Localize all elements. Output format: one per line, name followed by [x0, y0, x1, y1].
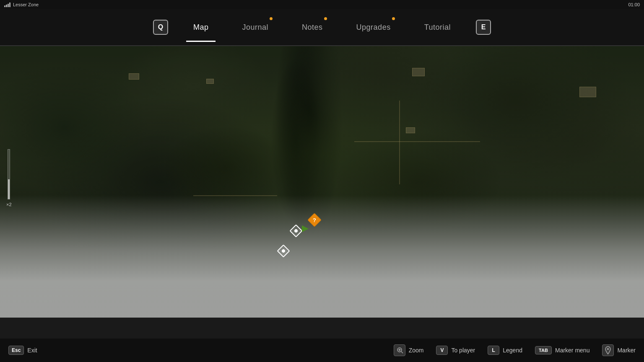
location-marker: [279, 246, 288, 256]
map-structure: [579, 87, 596, 97]
direction-arrow-shape: [302, 225, 309, 232]
location-diamond: [277, 244, 290, 257]
direction-arrow: [302, 225, 309, 232]
map-structure: [412, 68, 425, 76]
quest-marker: [309, 215, 319, 225]
zoom-label: ×2: [6, 202, 12, 207]
bottombar: Esc Exit Zoom V To player L Legend TAB M…: [0, 339, 644, 362]
volume-bar: [8, 149, 10, 199]
topbar-left: Lesser Zone: [4, 2, 39, 7]
marker-menu-label: Marker menu: [555, 347, 589, 354]
nav-tabs: Map Journal Notes Upgrades Tutorial: [177, 20, 467, 35]
marker-menu-action[interactable]: TAB Marker menu: [535, 346, 589, 354]
topbar: Lesser Zone 01:00: [0, 0, 644, 9]
tab-journal[interactable]: Journal: [226, 20, 286, 35]
player-marker: [291, 226, 301, 235]
zoom-icon[interactable]: [394, 344, 405, 356]
tab-tutorial[interactable]: Tutorial: [408, 20, 467, 35]
legend-action[interactable]: L Legend: [488, 346, 522, 355]
marker-label: Marker: [617, 347, 636, 354]
road: [399, 101, 400, 184]
esc-key[interactable]: Esc: [8, 346, 24, 355]
tab-map[interactable]: Map: [177, 20, 226, 35]
zoom-action[interactable]: Zoom: [394, 344, 424, 356]
topbar-time: 01:00: [628, 2, 640, 7]
to-player-label: To player: [451, 347, 475, 354]
road: [193, 195, 277, 196]
map-structure: [406, 127, 415, 133]
signal-icon: [4, 2, 10, 7]
tab-key[interactable]: TAB: [535, 346, 552, 354]
quest-diamond: [307, 213, 322, 227]
map-area[interactable]: ×2: [0, 46, 644, 318]
exit-label: Exit: [27, 347, 37, 354]
notes-notification-dot: [324, 17, 327, 20]
v-key[interactable]: V: [436, 346, 448, 355]
app-name: Lesser Zone: [13, 2, 39, 7]
navbar: Q Map Journal Notes Upgrades Tutorial E: [0, 9, 644, 46]
volume-fill: [8, 179, 10, 199]
road: [354, 141, 480, 142]
svg-line-1: [401, 352, 403, 353]
to-player-action[interactable]: V To player: [436, 346, 475, 355]
map-structure: [206, 79, 214, 84]
journal-notification-dot: [270, 17, 273, 20]
marker-icon[interactable]: [602, 344, 614, 356]
volume-control: ×2: [6, 149, 12, 207]
zoom-label: Zoom: [409, 347, 424, 354]
tab-upgrades[interactable]: Upgrades: [340, 20, 408, 35]
nav-key-q[interactable]: Q: [153, 20, 168, 35]
map-structure: [129, 73, 139, 80]
nav-key-e[interactable]: E: [476, 20, 491, 35]
svg-point-4: [607, 348, 609, 350]
l-key[interactable]: L: [488, 346, 499, 355]
marker-action[interactable]: Marker: [602, 344, 636, 356]
player-position-diamond: [289, 224, 302, 237]
tab-notes[interactable]: Notes: [285, 20, 340, 35]
terrain-detail: [0, 46, 644, 318]
exit-action[interactable]: Esc Exit: [8, 346, 37, 355]
legend-label: Legend: [503, 347, 522, 354]
upgrades-notification-dot: [392, 17, 395, 20]
